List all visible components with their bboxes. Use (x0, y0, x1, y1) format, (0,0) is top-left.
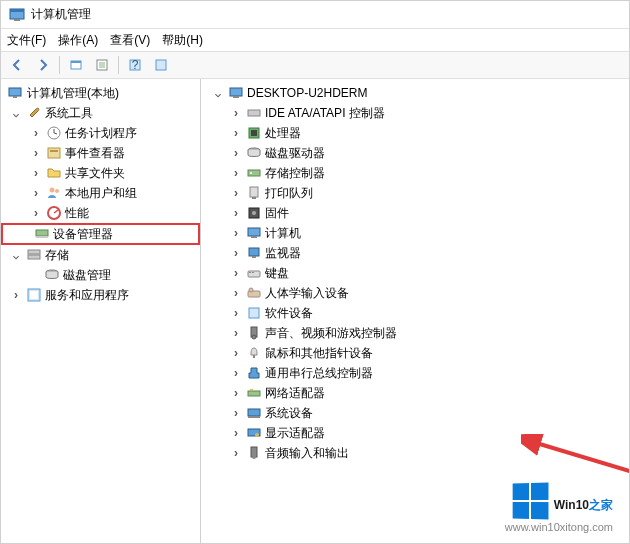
svg-rect-12 (9, 88, 21, 96)
tree-label: 打印队列 (265, 185, 313, 202)
event-icon (46, 145, 62, 161)
expand-caret-icon[interactable] (29, 166, 43, 180)
tree-label: 服务和应用程序 (45, 287, 129, 304)
expand-caret-icon[interactable] (229, 426, 243, 440)
tree-label: 声音、视频和游戏控制器 (265, 325, 397, 342)
tree-services-apps[interactable]: 服务和应用程序 (1, 285, 200, 305)
expand-caret-icon[interactable] (229, 406, 243, 420)
tree-computer[interactable]: 计算机 (201, 223, 629, 243)
expand-caret-icon[interactable] (9, 106, 23, 120)
tree-label: 事件查看器 (65, 145, 125, 162)
tree-processor[interactable]: 处理器 (201, 123, 629, 143)
tree-storage-controller[interactable]: 存储控制器 (201, 163, 629, 183)
expand-caret-icon[interactable] (29, 146, 43, 160)
forward-button[interactable] (31, 54, 55, 76)
expand-caret-icon[interactable] (229, 126, 243, 140)
svg-rect-13 (13, 96, 17, 98)
tree-root-computer-management[interactable]: 计算机管理(本地) (1, 83, 200, 103)
expand-caret-icon[interactable] (211, 86, 225, 100)
expand-caret-icon[interactable] (229, 146, 243, 160)
tree-mouse[interactable]: 鼠标和其他指针设备 (201, 343, 629, 363)
tree-label: 存储控制器 (265, 165, 325, 182)
firmware-icon (246, 205, 262, 221)
svg-point-47 (249, 288, 253, 292)
tree-label: 计算机 (265, 225, 301, 242)
svg-rect-52 (248, 391, 260, 396)
svg-rect-53 (250, 389, 253, 391)
tree-disk-management[interactable]: 磁盘管理 (1, 265, 200, 285)
expand-caret-icon[interactable] (229, 306, 243, 320)
software-device-icon (246, 305, 262, 321)
expand-caret-icon[interactable] (29, 186, 43, 200)
expand-caret-icon[interactable] (229, 386, 243, 400)
tree-system-device[interactable]: 系统设备 (201, 403, 629, 423)
expand-caret-icon[interactable] (229, 246, 243, 260)
menu-file[interactable]: 文件(F) (7, 32, 46, 49)
expand-caret-icon[interactable] (229, 446, 243, 460)
tree-label: 显示适配器 (265, 425, 325, 442)
expand-caret-icon[interactable] (229, 186, 243, 200)
tree-monitor[interactable]: 监视器 (201, 243, 629, 263)
menu-view[interactable]: 查看(V) (110, 32, 150, 49)
content-area: 计算机管理(本地) 系统工具 任务计划程序 事件查看器 共享文件夹 本地用户和组 (1, 79, 629, 543)
tree-label: IDE ATA/ATAPI 控制器 (265, 105, 385, 122)
tree-performance[interactable]: 性能 (1, 203, 200, 223)
svg-rect-2 (14, 19, 20, 21)
back-button[interactable] (5, 54, 29, 76)
svg-rect-33 (248, 170, 260, 176)
tree-shared-folders[interactable]: 共享文件夹 (1, 163, 200, 183)
expand-caret-icon[interactable] (229, 166, 243, 180)
svg-rect-22 (28, 250, 40, 254)
expand-caret-icon[interactable] (9, 288, 23, 302)
print-queue-icon (246, 185, 262, 201)
right-tree-pane: DESKTOP-U2HDERM IDE ATA/ATAPI 控制器处理器磁盘驱动… (201, 79, 629, 543)
expand-caret-icon[interactable] (229, 266, 243, 280)
expand-caret-icon[interactable] (229, 346, 243, 360)
tree-audio-io[interactable]: 音频输入和输出 (201, 443, 629, 463)
menu-action[interactable]: 操作(A) (58, 32, 98, 49)
tree-device-manager[interactable]: 设备管理器 (1, 223, 200, 245)
tree-label: 网络适配器 (265, 385, 325, 402)
tree-local-users[interactable]: 本地用户和组 (1, 183, 200, 203)
tree-firmware[interactable]: 固件 (201, 203, 629, 223)
tree-ide-ata[interactable]: IDE ATA/ATAPI 控制器 (201, 103, 629, 123)
expand-caret-icon[interactable] (229, 206, 243, 220)
tree-print-queue[interactable]: 打印队列 (201, 183, 629, 203)
expand-caret-icon[interactable] (9, 248, 23, 262)
svg-point-34 (250, 172, 252, 174)
svg-rect-36 (252, 197, 256, 199)
tree-hid[interactable]: 人体学输入设备 (201, 283, 629, 303)
mouse-icon (246, 345, 262, 361)
tree-label: 鼠标和其他指针设备 (265, 345, 373, 362)
expand-caret-icon[interactable] (229, 366, 243, 380)
tool-add[interactable] (64, 54, 88, 76)
expand-caret-icon[interactable] (229, 286, 243, 300)
storage-controller-icon (246, 165, 262, 181)
expand-caret-icon[interactable] (229, 106, 243, 120)
tree-label: 性能 (65, 205, 89, 222)
tree-computer-root[interactable]: DESKTOP-U2HDERM (201, 83, 629, 103)
expand-caret-icon[interactable] (229, 326, 243, 340)
tree-system-tools[interactable]: 系统工具 (1, 103, 200, 123)
display-adapter-icon (246, 425, 262, 441)
expand-caret-icon[interactable] (29, 206, 43, 220)
menu-help[interactable]: 帮助(H) (162, 32, 203, 49)
tree-network-adapter[interactable]: 网络适配器 (201, 383, 629, 403)
tree-software-device[interactable]: 软件设备 (201, 303, 629, 323)
tree-disk-drive[interactable]: 磁盘驱动器 (201, 143, 629, 163)
tree-usb[interactable]: 通用串行总线控制器 (201, 363, 629, 383)
tree-task-scheduler[interactable]: 任务计划程序 (1, 123, 200, 143)
tool-help[interactable]: ? (123, 54, 147, 76)
tool-properties[interactable] (90, 54, 114, 76)
tool-refresh[interactable] (149, 54, 173, 76)
tree-keyboard[interactable]: 键盘 (201, 263, 629, 283)
tree-label: 通用串行总线控制器 (265, 365, 373, 382)
tree-storage[interactable]: 存储 (1, 245, 200, 265)
svg-rect-51 (253, 355, 255, 358)
tree-display-adapter[interactable]: 显示适配器 (201, 423, 629, 443)
tree-audio-video[interactable]: 声音、视频和游戏控制器 (201, 323, 629, 343)
tree-label: 固件 (265, 205, 289, 222)
expand-caret-icon[interactable] (29, 126, 43, 140)
expand-caret-icon[interactable] (229, 226, 243, 240)
tree-event-viewer[interactable]: 事件查看器 (1, 143, 200, 163)
